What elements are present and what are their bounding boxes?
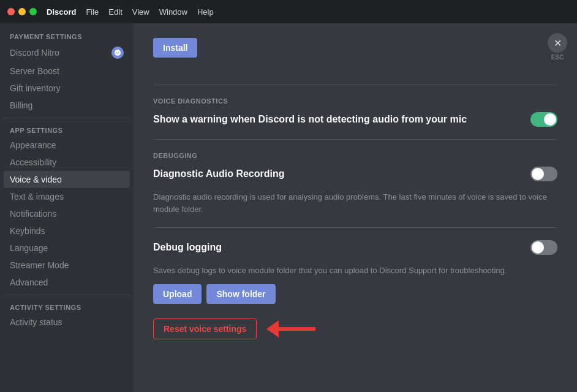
app-name: Discord	[47, 7, 76, 17]
diag-toggle-icon: ✕	[534, 170, 540, 178]
close-button[interactable]: ✕	[548, 33, 567, 53]
diagnostic-audio-toggle[interactable]: ✕	[530, 167, 557, 181]
sidebar-item-advanced[interactable]: Advanced	[4, 274, 130, 291]
accessibility-label: Accessibility	[10, 157, 56, 167]
debug-logging-toggle[interactable]: ✕	[530, 240, 557, 255]
discord-nitro-label: Discord Nitro	[10, 48, 59, 58]
install-button[interactable]: Install	[153, 38, 197, 58]
debug-logging-description: Saves debug logs to voice module folder …	[153, 265, 557, 277]
sidebar-item-activity-status[interactable]: Activity status	[4, 314, 130, 331]
activity-status-label: Activity status	[10, 317, 62, 327]
debug-logging-block: Debug logging ✕ Saves debug logs to voic…	[153, 240, 557, 304]
debug-logging-row: Debug logging ✕	[153, 240, 557, 255]
minimize-light[interactable]	[18, 8, 26, 15]
upload-button[interactable]: Upload	[153, 284, 202, 304]
toggle-check-icon: ✓	[548, 115, 554, 124]
app-section-label: APP SETTINGS	[4, 122, 130, 137]
debug-action-buttons: Upload Show folder	[153, 284, 557, 304]
sidebar-item-server-boost[interactable]: Server Boost	[4, 62, 130, 80]
activity-section-label: ACTIVITY SETTINGS	[4, 299, 130, 314]
traffic-lights	[7, 8, 37, 15]
gift-inventory-label: Gift inventory	[10, 83, 60, 93]
reset-voice-button[interactable]: Reset voice settings	[153, 318, 257, 339]
streamer-mode-label: Streamer Mode	[10, 260, 69, 270]
payment-section-label: PAYMENT SETTINGS	[4, 28, 130, 43]
separator-3	[153, 227, 557, 228]
show-folder-button[interactable]: Show folder	[206, 284, 275, 304]
menu-file[interactable]: File	[86, 7, 99, 17]
voice-warning-row: Show a warning when Discord is not detec…	[153, 112, 557, 127]
title-bar: Discord File Edit View Window Help	[0, 0, 577, 23]
reset-section: Reset voice settings	[153, 318, 557, 339]
separator-2	[153, 139, 557, 140]
debugging-section: DEBUGGING Diagnostic Audio Recording ✕ D…	[153, 152, 557, 304]
language-label: Language	[10, 243, 48, 253]
advanced-label: Advanced	[10, 277, 48, 287]
arrow-head	[266, 320, 279, 337]
esc-label: ESC	[551, 54, 564, 61]
sidebar-item-gift-inventory[interactable]: Gift inventory	[4, 80, 130, 97]
sidebar-item-discord-nitro[interactable]: Discord Nitro	[4, 43, 130, 62]
separator-1	[153, 85, 557, 85]
debug-toggle-icon: ✕	[534, 243, 540, 252]
maximize-light[interactable]	[29, 8, 37, 15]
text-images-label: Text & images	[10, 192, 64, 202]
close-button-container: ✕ ESC	[548, 33, 567, 61]
sidebar-item-billing[interactable]: Billing	[4, 97, 130, 114]
menu-bar: Discord File Edit View Window Help	[47, 7, 214, 17]
sidebar-item-text-images[interactable]: Text & images	[4, 188, 130, 205]
diagnostic-audio-block: Diagnostic Audio Recording ✕ Diagnostic …	[153, 167, 557, 215]
sidebar-item-accessibility[interactable]: Accessibility	[4, 154, 130, 171]
appearance-label: Appearance	[10, 140, 56, 150]
voice-video-label: Voice & video	[10, 175, 62, 184]
sidebar-divider-1	[4, 118, 130, 118]
main-layout: PAYMENT SETTINGS Discord Nitro Server Bo…	[0, 23, 577, 392]
sidebar-item-language[interactable]: Language	[4, 239, 130, 257]
svg-point-0	[115, 50, 121, 56]
debugging-label: DEBUGGING	[153, 152, 557, 159]
arrow-indicator	[266, 320, 315, 337]
nitro-badge	[111, 47, 124, 59]
arrow-body	[279, 327, 315, 331]
diagnostic-audio-row: Diagnostic Audio Recording ✕	[153, 167, 557, 181]
voice-diagnostics-section: VOICE DIAGNOSTICS Show a warning when Di…	[153, 97, 557, 127]
diagnostic-audio-description: Diagnostic audio recording is used for a…	[153, 191, 557, 215]
sidebar-item-keybinds[interactable]: Keybinds	[4, 222, 130, 239]
sidebar: PAYMENT SETTINGS Discord Nitro Server Bo…	[0, 23, 134, 392]
content-area: ✕ ESC Install VOICE DIAGNOSTICS Show a w…	[134, 23, 577, 392]
debug-logging-label: Debug logging	[153, 242, 530, 253]
sidebar-item-streamer-mode[interactable]: Streamer Mode	[4, 257, 130, 274]
close-icon: ✕	[554, 37, 562, 49]
menu-help[interactable]: Help	[197, 7, 214, 17]
voice-warning-toggle[interactable]: ✓	[530, 112, 557, 127]
billing-label: Billing	[10, 100, 32, 110]
keybinds-label: Keybinds	[10, 226, 45, 236]
voice-warning-label: Show a warning when Discord is not detec…	[153, 114, 530, 125]
sidebar-item-appearance[interactable]: Appearance	[4, 137, 130, 154]
sidebar-item-notifications[interactable]: Notifications	[4, 205, 130, 222]
notifications-label: Notifications	[10, 209, 56, 219]
sidebar-item-voice-video[interactable]: Voice & video	[4, 171, 130, 188]
close-light[interactable]	[7, 8, 15, 15]
menu-edit[interactable]: Edit	[108, 7, 122, 17]
sidebar-divider-2	[4, 295, 130, 295]
voice-diagnostics-label: VOICE DIAGNOSTICS	[153, 97, 557, 105]
menu-window[interactable]: Window	[159, 7, 187, 17]
server-boost-label: Server Boost	[10, 66, 59, 76]
diagnostic-audio-label: Diagnostic Audio Recording	[153, 168, 530, 179]
menu-view[interactable]: View	[132, 7, 149, 17]
